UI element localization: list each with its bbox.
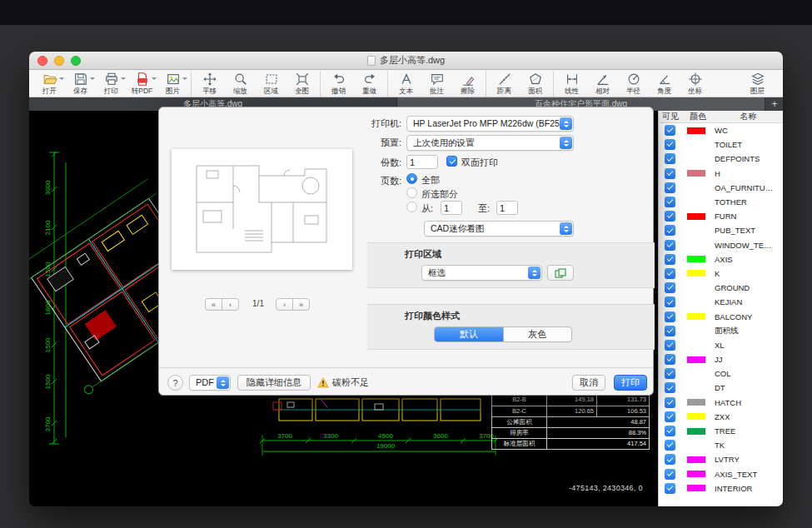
layer-visibility-checkbox[interactable] <box>665 254 675 265</box>
toolbar-button[interactable]: 坐标 <box>680 71 710 97</box>
printer-select[interactable]: HP LaserJet Pro MFP M226dw (BF2574) <box>406 116 574 132</box>
toolbar-button[interactable]: 面积 <box>520 71 550 97</box>
layer-row[interactable]: TREE <box>659 424 783 438</box>
layer-color-swatch[interactable] <box>687 313 705 320</box>
last-page-button[interactable]: » <box>292 298 310 311</box>
layer-color-swatch[interactable] <box>687 413 705 420</box>
layer-row[interactable]: 面积线 <box>659 324 783 338</box>
layer-row[interactable]: AXIS_TEXT <box>659 467 783 481</box>
print-area-select[interactable]: 框选 <box>421 265 542 281</box>
layer-visibility-checkbox[interactable] <box>665 483 675 494</box>
pages-from-input[interactable] <box>441 201 462 215</box>
new-tab-button[interactable]: + <box>766 97 783 111</box>
layer-visibility-checkbox[interactable] <box>665 397 675 408</box>
layer-color-swatch[interactable] <box>687 471 705 477</box>
app-options-select[interactable]: CAD迷你看图 <box>424 221 574 237</box>
layer-row[interactable]: FURN <box>659 209 783 223</box>
layer-visibility-checkbox[interactable] <box>665 240 675 251</box>
toolbar-button[interactable]: 距离 <box>486 71 520 97</box>
layer-color-swatch[interactable] <box>687 327 705 334</box>
layer-visibility-checkbox[interactable] <box>665 326 675 336</box>
layer-row[interactable]: INTERIOR <box>659 481 783 496</box>
layer-color-swatch[interactable] <box>687 127 705 134</box>
layer-visibility-checkbox[interactable] <box>665 182 675 193</box>
layer-color-swatch[interactable] <box>687 142 705 148</box>
layer-row[interactable]: K <box>659 266 783 281</box>
layer-row[interactable]: TK <box>659 438 783 452</box>
pages-range-radio[interactable] <box>406 202 417 212</box>
first-page-button[interactable]: « <box>205 298 222 311</box>
toolbar-button[interactable]: 批注 <box>421 71 452 97</box>
layer-row[interactable]: BALCONY <box>659 309 783 323</box>
layer-visibility-checkbox[interactable] <box>665 225 675 236</box>
toolbar-button[interactable]: 缩放 <box>225 71 256 97</box>
layer-row[interactable]: XL <box>659 338 783 352</box>
layer-visibility-checkbox[interactable] <box>665 382 675 393</box>
layer-color-swatch[interactable] <box>687 385 705 391</box>
color-default-segment[interactable]: 默认 <box>435 327 503 341</box>
layer-color-swatch[interactable] <box>687 170 705 177</box>
layer-visibility-checkbox[interactable] <box>665 282 675 293</box>
layer-row[interactable]: WC <box>659 123 783 137</box>
color-gray-segment[interactable]: 灰色 <box>503 327 572 341</box>
presets-select[interactable]: 上次使用的设置 <box>406 135 574 151</box>
layer-visibility-checkbox[interactable] <box>665 440 675 451</box>
toolbar-button[interactable]: 打印 <box>96 71 127 97</box>
toolbar-button[interactable]: 重做 <box>354 71 385 97</box>
layer-visibility-checkbox[interactable] <box>665 153 675 164</box>
layer-color-swatch[interactable] <box>687 485 705 491</box>
pdf-menu-button[interactable]: PDF <box>189 375 231 391</box>
hide-details-button[interactable]: 隐藏详细信息 <box>237 375 311 391</box>
layer-visibility-checkbox[interactable] <box>665 469 675 480</box>
layer-row[interactable]: DT <box>659 381 783 395</box>
layer-row[interactable]: ZXX <box>659 410 783 424</box>
layer-visibility-checkbox[interactable] <box>665 368 675 379</box>
layer-color-swatch[interactable] <box>687 184 705 191</box>
layer-color-swatch[interactable] <box>687 242 705 248</box>
layer-row[interactable]: PUB_TEXT <box>659 223 783 237</box>
toolbar-button[interactable]: 文本 <box>387 71 421 97</box>
layer-visibility-checkbox[interactable] <box>665 211 675 222</box>
toolbar-button[interactable]: 全图 <box>286 71 317 97</box>
layer-color-swatch[interactable] <box>687 213 705 220</box>
layer-visibility-checkbox[interactable] <box>665 139 675 150</box>
pages-selection-radio[interactable] <box>406 187 417 198</box>
layer-row[interactable]: H <box>659 167 783 181</box>
layer-visibility-checkbox[interactable] <box>665 268 675 279</box>
layer-color-swatch[interactable] <box>687 442 705 449</box>
layer-visibility-checkbox[interactable] <box>665 296 675 307</box>
layer-color-swatch[interactable] <box>687 285 705 291</box>
layer-color-swatch[interactable] <box>687 299 705 306</box>
toolbar-button[interactable]: 擦除 <box>452 71 483 97</box>
toolbar-button[interactable]: 角度 <box>649 71 680 97</box>
toolbar-button[interactable]: 保存 <box>65 71 96 97</box>
layer-row[interactable]: LVTRY <box>659 452 783 466</box>
minimize-window-button[interactable] <box>54 56 64 66</box>
layer-row[interactable]: KEJIAN <box>659 295 783 309</box>
layer-row[interactable]: HATCH <box>659 396 783 410</box>
layer-color-swatch[interactable] <box>687 341 705 348</box>
toolbar-button[interactable]: 线性 <box>553 71 587 97</box>
toolbar-button[interactable]: 撤销 <box>320 71 354 97</box>
layer-color-swatch[interactable] <box>687 371 705 377</box>
layer-visibility-checkbox[interactable] <box>665 411 675 422</box>
pages-all-radio[interactable] <box>406 173 417 184</box>
toolbar-button[interactable]: 图片 <box>157 71 188 97</box>
next-page-button[interactable]: › <box>276 298 293 311</box>
layer-visibility-checkbox[interactable] <box>665 354 675 365</box>
layer-color-swatch[interactable] <box>687 227 705 234</box>
layer-visibility-checkbox[interactable] <box>665 454 675 465</box>
layer-row[interactable]: JJ <box>659 352 783 366</box>
layer-color-swatch[interactable] <box>687 356 705 363</box>
layer-visibility-checkbox[interactable] <box>665 340 675 351</box>
zoom-window-button[interactable] <box>71 56 81 66</box>
close-window-button[interactable] <box>37 56 47 66</box>
toolbar-button[interactable]: 图层 <box>742 71 773 97</box>
layer-row[interactable]: COL <box>659 366 783 381</box>
layer-color-swatch[interactable] <box>687 399 705 406</box>
two-sided-checkbox[interactable] <box>446 156 457 167</box>
toolbar-button[interactable]: 平移 <box>191 71 225 97</box>
layer-row[interactable]: TOTHER <box>659 195 783 209</box>
layer-row[interactable]: GROUND <box>659 281 783 295</box>
toolbar-button[interactable]: 相对 <box>587 71 618 97</box>
